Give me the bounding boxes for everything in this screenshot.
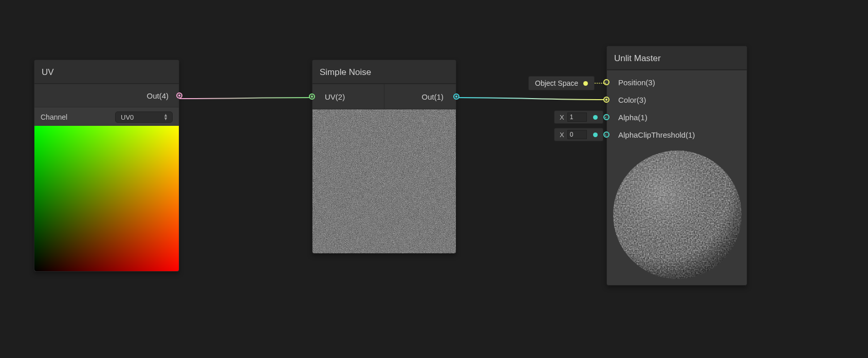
dropdown-arrows-icon: ▲▼ [163, 114, 168, 121]
uv-settings-row: Channel UV0 ▲▼ [34, 107, 179, 126]
alpha-value-input[interactable] [567, 112, 587, 122]
master-preview-area [607, 145, 747, 285]
alpha-value-dot [593, 115, 598, 120]
master-color-row: Color(3) [607, 91, 747, 108]
position-dashed-connector [595, 83, 606, 84]
uv-channel-label: Channel [41, 113, 67, 121]
node-master-title-text: Unlit Master [614, 53, 661, 64]
alpha-value-field[interactable]: X [554, 110, 603, 124]
noise-preview [312, 109, 456, 253]
position-space-label: Object Space [535, 79, 578, 87]
node-noise-title[interactable]: Simple Noise [312, 60, 456, 84]
uv-channel-value: UV0 [121, 114, 134, 121]
position-space-pill[interactable]: Object Space [528, 76, 595, 90]
alpha-x-label: X [560, 114, 564, 121]
uv-preview [34, 126, 179, 271]
master-alpha-label: Alpha(1) [618, 113, 648, 122]
noise-uv-in-port[interactable] [309, 93, 315, 100]
master-color-port[interactable] [603, 97, 610, 103]
alphaclip-value-dot [593, 133, 598, 137]
node-uv-title-text: UV [42, 67, 54, 78]
noise-out-port[interactable] [453, 93, 459, 100]
svg-rect-0 [312, 109, 456, 253]
master-preview-sphere [613, 150, 742, 279]
alphaclip-x-label: X [560, 131, 564, 139]
uv-out-port[interactable] [176, 92, 182, 99]
node-simple-noise[interactable]: Simple Noise UV(2) Out(1) [312, 60, 456, 254]
noise-port-row: UV(2) Out(1) [312, 84, 456, 109]
master-position-label: Position(3) [618, 78, 655, 87]
node-noise-title-text: Simple Noise [320, 67, 371, 78]
svg-rect-2 [613, 150, 742, 279]
master-position-row: Position(3) [607, 73, 747, 91]
alphaclip-value-field[interactable]: X [554, 128, 603, 141]
master-alphaclip-row: AlphaClipThreshold(1) [607, 126, 747, 143]
master-color-label: Color(3) [618, 96, 646, 104]
uv-channel-dropdown[interactable]: UV0 ▲▼ [115, 111, 173, 123]
node-uv-title[interactable]: UV [34, 60, 179, 84]
uv-out-port-row: Out(4) [34, 84, 179, 107]
noise-uv-in-row: UV(2) [312, 84, 384, 109]
alphaclip-value-input[interactable] [567, 130, 587, 139]
position-space-value-dot [583, 81, 588, 86]
node-master-title[interactable]: Unlit Master [607, 46, 747, 70]
master-alpha-row: Alpha(1) [607, 108, 747, 126]
uv-out-label: Out(4) [146, 91, 169, 100]
node-unlit-master[interactable]: Unlit Master Position(3) Color(3) Alpha(… [606, 46, 747, 286]
master-alphaclip-label: AlphaClipThreshold(1) [618, 130, 695, 139]
master-position-port[interactable] [603, 79, 610, 85]
noise-uv-in-label: UV(2) [325, 92, 345, 101]
noise-out-label: Out(1) [421, 92, 444, 101]
master-ports: Position(3) Color(3) Alpha(1) AlphaClipT… [607, 70, 747, 145]
node-uv[interactable]: UV Out(4) Channel UV0 ▲▼ [34, 60, 179, 272]
noise-out-row: Out(1) [384, 84, 456, 109]
